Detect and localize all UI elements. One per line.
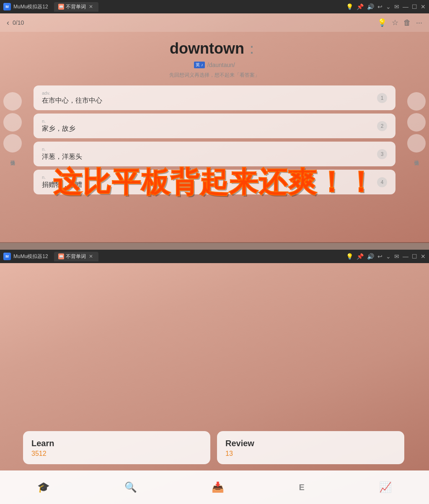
app-name-bottom: MuMu模拟器12 bbox=[13, 253, 48, 260]
volume-icon[interactable]: 🔊 bbox=[367, 3, 374, 10]
mail-icon[interactable]: ✉ bbox=[394, 3, 399, 10]
minimize-icon[interactable]: — bbox=[403, 3, 408, 10]
undo-icon[interactable]: ↩ bbox=[377, 3, 382, 10]
nav-stats-icon: 📈 bbox=[379, 481, 392, 493]
tab-close-bottom[interactable]: ✕ bbox=[88, 253, 94, 260]
option-1[interactable]: adv. 在市中心，往市中心 1 bbox=[34, 85, 395, 110]
overlay-text-1: 这比平板背起来还爽！！ bbox=[0, 163, 429, 202]
option-2-pos: n. bbox=[42, 119, 377, 124]
window-controls-top: 💡 📌 🔊 ↩ ⌄ ✉ — ☐ ✕ bbox=[346, 3, 426, 10]
action-cards: Learn 3512 Review 13 bbox=[23, 431, 404, 464]
pin-icon[interactable]: 📌 bbox=[357, 3, 364, 10]
bottom-titlebar: M MuMu模拟器12 📖 不背单词 ✕ 💡 📌 🔊 ↩ ⌄ ✉ — ☐ ✕ bbox=[0, 250, 429, 263]
tab-label-bottom: 不背单词 bbox=[66, 253, 86, 260]
review-count: 13 bbox=[225, 450, 396, 457]
nav-item-explore[interactable]: E bbox=[299, 483, 304, 492]
tab-top[interactable]: 📖 不背单词 ✕ bbox=[54, 2, 98, 12]
app-name-top: MuMu模拟器12 bbox=[13, 3, 48, 10]
app-toolbar-top: ‹ 0/10 💡 ☆ 🗑 ··· bbox=[0, 13, 429, 32]
option-2-text: 家乡，故乡 bbox=[42, 124, 377, 133]
app-logo-bottom: M bbox=[3, 253, 11, 260]
toolbar-icons: 💡 ☆ 🗑 ··· bbox=[377, 18, 422, 27]
nav-learn-icon: 🎓 bbox=[37, 481, 50, 493]
bulb-icon[interactable]: 💡 bbox=[377, 18, 387, 27]
tab-close-top[interactable]: ✕ bbox=[88, 3, 94, 10]
word-area: downtown： 英 ♪ /dauntaun/ 先回想词义再选择，想不起来「看… bbox=[0, 32, 429, 82]
maximize-icon[interactable]: ☐ bbox=[412, 3, 417, 10]
top-titlebar: M MuMu模拟器12 📖 不背单词 ✕ 💡 📌 🔊 ↩ ⌄ ✉ — ☐ ✕ bbox=[0, 0, 429, 13]
back-button[interactable]: ‹ bbox=[7, 18, 9, 27]
word-hint: 先回想词义再选择，想不起来「看答案」 bbox=[34, 72, 395, 79]
word-phonetic-text: /dauntaun/ bbox=[207, 62, 235, 68]
star-icon[interactable]: ☆ bbox=[392, 18, 398, 27]
review-title: Review bbox=[225, 439, 396, 448]
word-flag: 英 ♪ bbox=[194, 62, 205, 68]
option-1-num: 1 bbox=[377, 93, 387, 103]
tab-icon-bottom: 📖 bbox=[58, 253, 64, 259]
nav-item-search[interactable]: 🔍 bbox=[124, 481, 137, 493]
minimize-icon-b[interactable]: — bbox=[403, 253, 408, 260]
tab-bottom[interactable]: 📖 不背单词 ✕ bbox=[54, 252, 98, 261]
option-3-text: 洋葱，洋葱头 bbox=[42, 152, 377, 161]
progress-label: 0/10 bbox=[13, 19, 24, 26]
expand-icon-b[interactable]: ⌄ bbox=[386, 253, 391, 260]
side-btn-2-right[interactable] bbox=[407, 113, 426, 132]
option-1-pos: adv. bbox=[42, 90, 377, 96]
option-2-num: 2 bbox=[377, 121, 387, 131]
more-icon[interactable]: ··· bbox=[416, 18, 422, 27]
brightness-icon-b[interactable]: 💡 bbox=[346, 253, 353, 260]
brightness-icon[interactable]: 💡 bbox=[346, 3, 353, 10]
word-phonetic: 英 ♪ /dauntaun/ bbox=[194, 62, 235, 68]
close-icon-top[interactable]: ✕ bbox=[421, 3, 426, 10]
review-card[interactable]: Review 13 bbox=[217, 431, 404, 464]
expand-icon[interactable]: ⌄ bbox=[386, 3, 391, 10]
nav-item-learn[interactable]: 🎓 bbox=[37, 481, 50, 493]
tab-icon-top: 📖 bbox=[58, 4, 64, 10]
option-1-text: 在市中心，往市中心 bbox=[42, 96, 377, 105]
undo-icon-b[interactable]: ↩ bbox=[377, 253, 382, 260]
nav-item-inbox[interactable]: 📥 bbox=[212, 481, 224, 493]
option-3[interactable]: n. 洋葱，洋葱头 3 bbox=[34, 142, 395, 166]
window-controls-bottom: 💡 📌 🔊 ↩ ⌄ ✉ — ☐ ✕ bbox=[346, 253, 426, 260]
nav-inbox-icon: 📥 bbox=[212, 481, 224, 493]
tab-label-top: 不背单词 bbox=[66, 3, 86, 10]
option-2[interactable]: n. 家乡，故乡 2 bbox=[34, 114, 395, 138]
app-logo-top: M bbox=[3, 3, 11, 10]
maximize-icon-b[interactable]: ☐ bbox=[412, 253, 417, 260]
close-icon-bottom[interactable]: ✕ bbox=[421, 253, 426, 260]
side-btn-3-left[interactable] bbox=[3, 134, 22, 152]
option-3-num: 3 bbox=[377, 149, 387, 159]
delete-icon[interactable]: 🗑 bbox=[403, 18, 411, 27]
nav-item-stats[interactable]: 📈 bbox=[379, 481, 392, 493]
word-title: downtown： bbox=[34, 39, 395, 59]
learn-title: Learn bbox=[31, 439, 202, 448]
side-quick-right: 快捷选项 bbox=[407, 92, 426, 157]
pin-icon-b[interactable]: 📌 bbox=[357, 253, 364, 260]
nav-explore-icon: E bbox=[299, 483, 304, 492]
learn-card[interactable]: Learn 3512 bbox=[23, 431, 210, 464]
learn-count: 3512 bbox=[31, 450, 202, 457]
bottom-nav: 🎓 🔍 📥 E 📈 bbox=[0, 470, 429, 504]
window-divider bbox=[0, 242, 429, 250]
bottom-window: M MuMu模拟器12 📖 不背单词 ✕ 💡 📌 🔊 ↩ ⌄ ✉ — ☐ ✕ 操… bbox=[0, 250, 429, 504]
side-btn-2-left[interactable] bbox=[3, 113, 22, 132]
top-window: M MuMu模拟器12 📖 不背单词 ✕ 💡 📌 🔊 ↩ ⌄ ✉ — ☐ ✕ ‹… bbox=[0, 0, 429, 243]
option-3-pos: n. bbox=[42, 147, 377, 152]
volume-icon-b[interactable]: 🔊 bbox=[367, 253, 374, 260]
nav-search-icon: 🔍 bbox=[124, 481, 137, 493]
side-btn-1-right[interactable] bbox=[407, 92, 426, 111]
mail-icon-b[interactable]: ✉ bbox=[394, 253, 399, 260]
side-quick-left: 快捷选项 bbox=[3, 92, 22, 157]
side-btn-3-right[interactable] bbox=[407, 134, 426, 152]
side-btn-1-left[interactable] bbox=[3, 92, 22, 111]
